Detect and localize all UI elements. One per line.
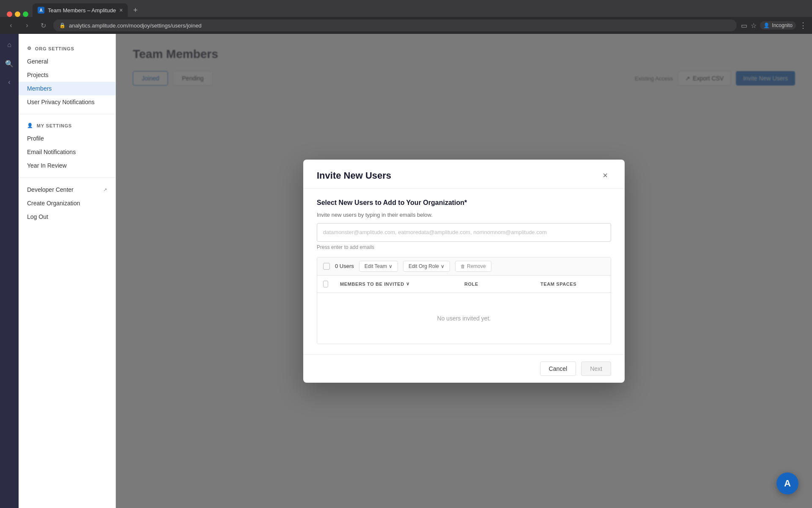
invite-modal: Invite New Users × Select New Users to A… <box>303 160 625 383</box>
sidebar-item-projects[interactable]: Projects <box>19 68 115 82</box>
trash-icon: 🗑 <box>461 264 465 269</box>
tab-favicon: A <box>38 7 44 14</box>
lock-icon: 🔒 <box>59 22 66 28</box>
th-role: ROLE <box>458 276 535 293</box>
home-icon[interactable]: ⌂ <box>3 39 15 51</box>
browser-chrome: A Team Members – Amplitude × + ‹ › ↻ 🔒 a… <box>0 0 812 34</box>
browser-toolbar: ‹ › ↻ 🔒 analytics.amplitude.com/moodjoy/… <box>0 17 812 34</box>
th-team-spaces: TEAM SPACES <box>535 276 611 293</box>
sidebar-item-members[interactable]: Members <box>19 82 115 95</box>
modal-overlay: Invite New Users × Select New Users to A… <box>116 34 812 508</box>
header-checkbox[interactable] <box>323 281 328 287</box>
nav-forward-btn[interactable]: › <box>21 19 33 31</box>
incognito-badge[interactable]: 👤 Incognito <box>760 21 796 30</box>
modal-body: Select New Users to Add to Your Organiza… <box>303 189 625 354</box>
empty-state-message: No users invited yet. <box>420 298 508 339</box>
external-link-icon: ↗ <box>103 187 107 193</box>
remove-btn[interactable]: 🗑 Remove <box>455 261 491 272</box>
window-minimize[interactable] <box>15 11 20 17</box>
window-maximize[interactable] <box>23 11 28 17</box>
nav-back-btn[interactable]: ‹ <box>5 19 17 31</box>
sidebar-item-create-org[interactable]: Create Organization <box>19 196 115 210</box>
chevron-down-icon: ∨ <box>389 263 392 269</box>
app-container: ⌂ 🔍 ‹ ⚙ ORG SETTINGS General Projects Me… <box>0 34 812 508</box>
sidebar-divider-2 <box>19 177 115 178</box>
sidebar-item-profile[interactable]: Profile <box>19 132 115 145</box>
users-table-container: 0 Users Edit Team ∨ Edit Org Role ∨ 🗑 <box>317 257 611 344</box>
tab-label: Team Members – Amplitude <box>48 7 116 14</box>
org-settings-section: ⚙ ORG SETTINGS <box>19 42 115 55</box>
collapse-icon[interactable]: ‹ <box>3 76 15 88</box>
th-members: MEMBERS TO BE INVITED ∨ <box>334 276 458 293</box>
modal-section-title: Select New Users to Add to Your Organiza… <box>317 199 611 207</box>
table-toolbar: 0 Users Edit Team ∨ Edit Org Role ∨ 🗑 <box>317 257 611 276</box>
person-icon: 👤 <box>27 123 33 128</box>
incognito-label: Incognito <box>772 22 793 28</box>
main-sidebar: ⚙ ORG SETTINGS General Projects Members … <box>19 34 116 508</box>
search-icon[interactable]: 🔍 <box>3 58 15 69</box>
gear-icon: ⚙ <box>27 46 32 51</box>
edit-team-btn[interactable]: Edit Team ∨ <box>359 261 398 272</box>
select-all-checkbox[interactable] <box>323 263 330 270</box>
nav-refresh-btn[interactable]: ↻ <box>37 19 49 31</box>
sort-icon[interactable]: ∨ <box>406 281 410 287</box>
tab-bar: A Team Members – Amplitude × + <box>0 0 812 17</box>
tab-close-btn[interactable]: × <box>119 7 123 14</box>
new-tab-btn[interactable]: + <box>129 3 142 17</box>
th-checkbox <box>317 276 334 293</box>
modal-footer: Cancel Next <box>303 354 625 383</box>
modal-subtitle: Invite new users by typing in their emai… <box>317 212 611 218</box>
chat-icon: A <box>784 478 791 489</box>
icon-sidebar: ⌂ 🔍 ‹ <box>0 34 19 508</box>
cancel-btn[interactable]: Cancel <box>540 362 576 376</box>
user-count-label: 0 Users <box>335 263 354 269</box>
bookmark-icon[interactable]: ☆ <box>751 22 757 30</box>
next-btn[interactable]: Next <box>581 362 611 376</box>
modal-close-btn[interactable]: × <box>599 170 611 182</box>
url-text: analytics.amplitude.com/moodjoy/settings… <box>69 22 202 29</box>
more-options-btn[interactable]: ⋮ <box>799 21 807 30</box>
sidebar-item-year-in-review[interactable]: Year In Review <box>19 159 115 172</box>
window-controls <box>3 11 32 17</box>
active-tab[interactable]: A Team Members – Amplitude × <box>33 3 128 17</box>
email-input-placeholder: datamonster@amplitude.com, eatmoredata@a… <box>323 229 547 235</box>
address-bar[interactable]: 🔒 analytics.amplitude.com/moodjoy/settin… <box>53 19 737 31</box>
modal-header: Invite New Users × <box>303 160 625 189</box>
email-input-box[interactable]: datamonster@amplitude.com, eatmoredata@a… <box>317 223 611 242</box>
sidebar-divider-1 <box>19 114 115 114</box>
sidebar-item-email-notifications[interactable]: Email Notifications <box>19 145 115 159</box>
cast-icon[interactable]: ▭ <box>741 22 747 30</box>
table-header: MEMBERS TO BE INVITED ∨ ROLE TEAM SPACES <box>317 276 611 293</box>
my-settings-section: 👤 MY SETTINGS <box>19 119 115 132</box>
window-close[interactable] <box>7 11 12 17</box>
edit-org-role-btn[interactable]: Edit Org Role ∨ <box>403 261 450 272</box>
sidebar-item-logout[interactable]: Log Out <box>19 210 115 224</box>
amplitude-chat-bubble[interactable]: A <box>776 472 798 494</box>
profile-icon: 👤 <box>763 22 770 28</box>
sidebar-item-user-privacy[interactable]: User Privacy Notifications <box>19 95 115 109</box>
chevron-down-icon-2: ∨ <box>441 263 444 269</box>
sidebar-item-general[interactable]: General <box>19 55 115 68</box>
modal-title: Invite New Users <box>317 170 391 181</box>
main-content: Team Members Joined Pending Existing Acc… <box>116 34 812 508</box>
sidebar-item-developer-center[interactable]: Developer Center ↗ <box>19 183 115 196</box>
toolbar-actions: ▭ ☆ 👤 Incognito ⋮ <box>741 21 807 30</box>
table-body: No users invited yet. <box>317 293 611 344</box>
press-enter-hint: Press enter to add emails <box>317 244 611 250</box>
